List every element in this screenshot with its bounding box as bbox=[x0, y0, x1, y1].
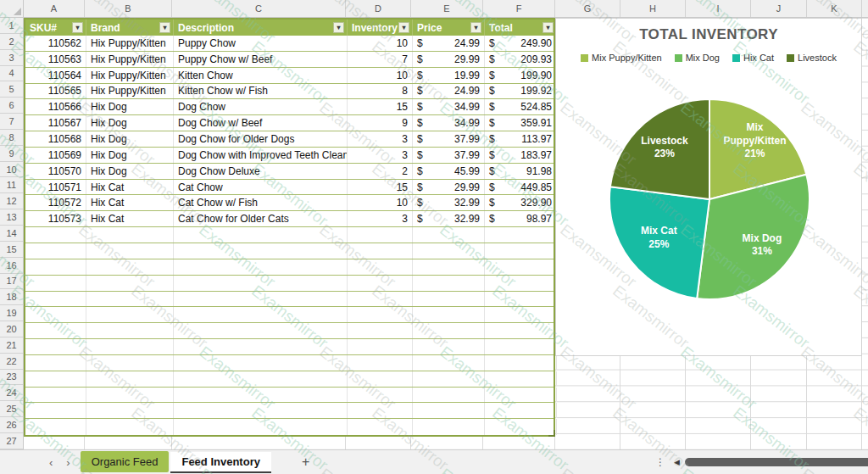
column-letter[interactable] bbox=[862, 0, 868, 17]
empty-cell[interactable] bbox=[174, 259, 348, 275]
empty-cell[interactable] bbox=[25, 403, 86, 418]
empty-cell[interactable] bbox=[25, 227, 86, 243]
empty-cell[interactable] bbox=[485, 371, 557, 387]
column-letter[interactable]: G bbox=[555, 0, 620, 17]
sheet-area[interactable]: SKU#▾Brand▾Description▾Inventory▾Price▾T… bbox=[24, 18, 868, 449]
cell-inventory[interactable]: 7 bbox=[348, 52, 413, 67]
empty-cell[interactable] bbox=[413, 388, 485, 403]
cell-brand[interactable]: Hix Puppy/Kitten bbox=[86, 68, 174, 83]
cell-total[interactable]: $449.85 bbox=[485, 180, 557, 195]
column-letter[interactable]: H bbox=[620, 0, 686, 17]
sheet-tab-feed-inventory[interactable]: Feed Inventory bbox=[170, 452, 270, 473]
empty-cell[interactable] bbox=[348, 419, 413, 435]
empty-cell[interactable] bbox=[25, 323, 86, 338]
empty-cell[interactable] bbox=[25, 388, 86, 403]
cell-total[interactable]: $98.97 bbox=[485, 211, 557, 226]
cell-sku[interactable]: 110568 bbox=[25, 131, 86, 147]
empty-cell[interactable] bbox=[485, 259, 557, 275]
empty-cell[interactable] bbox=[25, 276, 86, 291]
cell-sku[interactable]: 110562 bbox=[25, 36, 86, 51]
sheet-tab-organic-feed[interactable]: Organic Feed bbox=[81, 451, 170, 472]
empty-cell[interactable] bbox=[174, 292, 348, 307]
empty-cell[interactable] bbox=[348, 243, 413, 259]
empty-cell[interactable] bbox=[86, 388, 174, 403]
table-header-price[interactable]: Price▾ bbox=[413, 20, 485, 36]
empty-cell[interactable] bbox=[174, 403, 348, 418]
empty-cell[interactable] bbox=[25, 307, 86, 322]
cell-description[interactable]: Dog Chow bbox=[174, 99, 348, 114]
row-number[interactable]: 6 bbox=[0, 98, 23, 114]
table-header-total[interactable]: Total▾ bbox=[485, 20, 557, 36]
empty-cell[interactable] bbox=[174, 371, 348, 387]
row-number[interactable]: 14 bbox=[0, 226, 23, 242]
empty-cell[interactable] bbox=[485, 292, 557, 307]
row-number[interactable]: 16 bbox=[0, 258, 23, 274]
cell-total[interactable]: $249.90 bbox=[485, 36, 557, 51]
filter-dropdown-icon[interactable]: ▾ bbox=[470, 22, 481, 33]
row-number[interactable]: 20 bbox=[0, 321, 23, 337]
empty-cell[interactable] bbox=[86, 355, 174, 371]
empty-cell[interactable] bbox=[86, 339, 174, 354]
cell-total[interactable]: $199.92 bbox=[485, 84, 557, 99]
empty-cell[interactable] bbox=[86, 292, 174, 307]
cell-sku[interactable]: 110570 bbox=[25, 164, 86, 179]
column-letter[interactable]: E bbox=[411, 0, 483, 17]
cell-description[interactable]: Dog Chow w/ Beef bbox=[174, 115, 348, 131]
empty-cell[interactable] bbox=[348, 227, 413, 243]
column-letter[interactable]: C bbox=[172, 0, 346, 17]
cell-description[interactable]: Cat Chow for Older Cats bbox=[174, 211, 348, 226]
cell-price[interactable]: $32.99 bbox=[413, 211, 485, 226]
pie-slice-mix-cat[interactable] bbox=[609, 187, 709, 298]
cell-description[interactable]: Dog Chow Deluxe bbox=[174, 164, 348, 179]
empty-cell[interactable] bbox=[413, 419, 485, 435]
row-number[interactable]: 19 bbox=[0, 305, 23, 321]
empty-cell[interactable] bbox=[86, 227, 174, 243]
row-number[interactable]: 2 bbox=[0, 34, 23, 50]
table-header-brand[interactable]: Brand▾ bbox=[86, 20, 174, 36]
empty-cell[interactable] bbox=[413, 371, 485, 387]
filter-dropdown-icon[interactable]: ▾ bbox=[72, 22, 83, 33]
empty-cell[interactable] bbox=[174, 243, 348, 259]
row-number[interactable]: 1 bbox=[0, 18, 23, 34]
empty-cell[interactable] bbox=[413, 403, 485, 418]
cell-brand[interactable]: Hix Dog bbox=[86, 115, 174, 131]
empty-cell[interactable] bbox=[348, 371, 413, 387]
cell-inventory[interactable]: 15 bbox=[348, 180, 413, 195]
empty-cell[interactable] bbox=[485, 419, 557, 435]
cell-sku[interactable]: 110569 bbox=[25, 148, 86, 163]
cell-total[interactable]: $209.93 bbox=[485, 52, 557, 67]
empty-cell[interactable] bbox=[485, 307, 557, 322]
cell-description[interactable]: Dog Chow with Improved Teeth Clean bbox=[174, 148, 348, 163]
cell-brand[interactable]: Hix Puppy/Kitten bbox=[86, 52, 174, 67]
column-letter[interactable]: J bbox=[751, 0, 807, 17]
cell-price[interactable]: $29.99 bbox=[413, 180, 485, 195]
cell-description[interactable]: Cat Chow w/ Fish bbox=[174, 195, 348, 210]
table-header-inventory[interactable]: Inventory▾ bbox=[348, 20, 413, 36]
empty-cell[interactable] bbox=[485, 276, 557, 291]
cell-inventory[interactable]: 10 bbox=[348, 68, 413, 83]
empty-cell[interactable] bbox=[485, 403, 557, 418]
column-letter[interactable]: I bbox=[686, 0, 751, 17]
row-number[interactable]: 3 bbox=[0, 50, 23, 66]
empty-cell[interactable] bbox=[413, 243, 485, 259]
cell-price[interactable]: $45.99 bbox=[413, 164, 485, 179]
row-number[interactable]: 8 bbox=[0, 130, 23, 146]
table-header-description[interactable]: Description▾ bbox=[174, 20, 348, 36]
empty-cell[interactable] bbox=[413, 227, 485, 243]
cell-description[interactable]: Kitten Chow w/ Fish bbox=[174, 84, 348, 99]
cell-total[interactable]: $524.85 bbox=[485, 99, 557, 114]
cell-sku[interactable]: 110571 bbox=[25, 180, 86, 195]
cell-total[interactable]: $359.91 bbox=[485, 115, 557, 131]
cell-price[interactable]: $29.99 bbox=[413, 52, 485, 67]
empty-cell[interactable] bbox=[174, 323, 348, 338]
empty-cell[interactable] bbox=[485, 339, 557, 354]
row-number[interactable]: 18 bbox=[0, 289, 23, 305]
row-number[interactable]: 7 bbox=[0, 114, 23, 130]
row-number[interactable]: 23 bbox=[0, 370, 23, 386]
column-letter[interactable]: D bbox=[346, 0, 411, 17]
cell-inventory[interactable]: 10 bbox=[348, 195, 413, 210]
cell-sku[interactable]: 110573 bbox=[25, 211, 86, 226]
cell-inventory[interactable]: 3 bbox=[348, 148, 413, 163]
cell-price[interactable]: $34.99 bbox=[413, 99, 485, 114]
empty-cell[interactable] bbox=[413, 355, 485, 371]
